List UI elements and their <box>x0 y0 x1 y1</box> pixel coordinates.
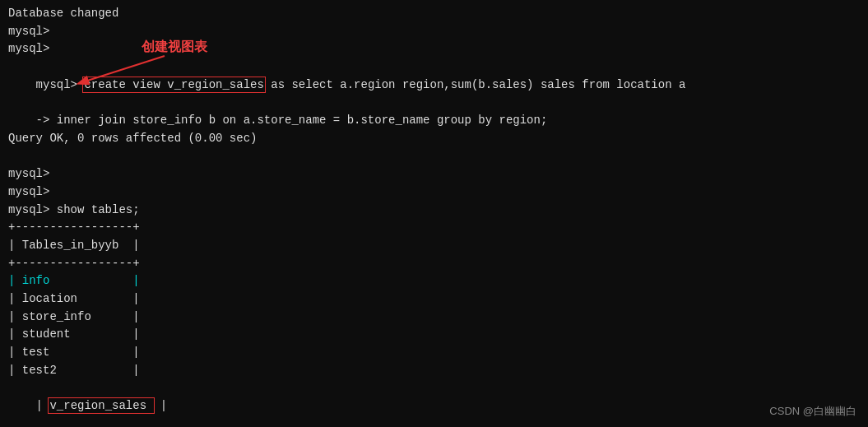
line-row-store: | store_info | <box>8 309 860 327</box>
line-create-view: mysql> create view v_region_sales as sel… <box>8 58 860 112</box>
create-view-highlight: create view v_region_sales <box>84 78 263 91</box>
prompt-create: mysql> <box>36 78 85 91</box>
csdn-watermark: CSDN @白幽幽白 <box>769 404 856 419</box>
line-prompt4: mysql> <box>8 183 860 202</box>
line-row-test2: | test2 | <box>8 362 860 380</box>
v-region-highlight: v_region_sales <box>49 399 153 412</box>
pipe-before: | <box>36 399 50 412</box>
line-row-location: | location | <box>8 290 860 309</box>
line-row-info: | info | <box>8 272 860 290</box>
line-prompt1: mysql> <box>8 23 860 41</box>
line-border2: +-----------------+ <box>8 255 860 273</box>
line-row-student: | student | <box>8 326 860 344</box>
pipe-after: | <box>153 399 167 412</box>
line-row-test: | test | <box>8 344 860 362</box>
line-query-ok: Query OK, 0 rows affected (0.00 sec) <box>8 130 860 148</box>
terminal: Database changed mysql> mysql> mysql> cr… <box>0 0 868 427</box>
create-view-rest: as select a.region region,sum(b.sales) s… <box>264 78 685 91</box>
line-prompt2: mysql> <box>8 40 860 58</box>
line-header: | Tables_in_byyb | <box>8 237 860 255</box>
line-prompt3: mysql> <box>8 165 860 183</box>
line-create-view-cont: -> inner join store_info b on a.store_na… <box>8 112 860 130</box>
line-db-changed: Database changed <box>8 5 860 23</box>
line-border1: +-----------------+ <box>8 219 860 237</box>
line-show-tables: mysql> show tables; <box>8 202 860 220</box>
line-blank1 <box>8 148 860 166</box>
line-row-v-region: | v_region_sales | <box>8 379 860 427</box>
